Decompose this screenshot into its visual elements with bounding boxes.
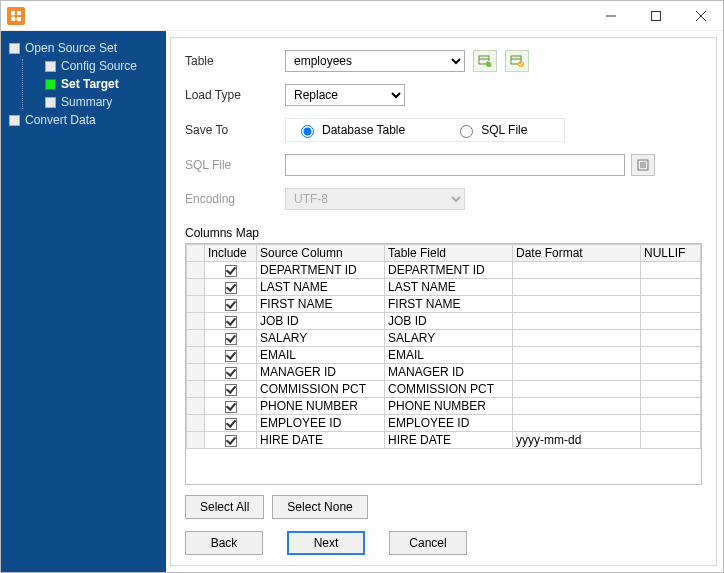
add-table-icon[interactable]: [505, 50, 529, 72]
nullif-cell[interactable]: [641, 296, 701, 313]
source-column-cell[interactable]: DEPARTMENT ID: [257, 262, 385, 279]
next-button[interactable]: Next: [287, 531, 365, 555]
select-none-button[interactable]: Select None: [272, 495, 367, 519]
table-field-cell[interactable]: PHONE NUMBER: [385, 398, 513, 415]
table-row[interactable]: HIRE DATEHIRE DATEyyyy-mm-dd: [187, 432, 701, 449]
sidebar-root-convert-data[interactable]: Convert Data: [9, 113, 166, 127]
cancel-button[interactable]: Cancel: [389, 531, 467, 555]
include-checkbox[interactable]: [205, 364, 257, 381]
include-checkbox[interactable]: [205, 296, 257, 313]
table-row[interactable]: COMMISSION PCTCOMMISSION PCT: [187, 381, 701, 398]
table-field-cell[interactable]: EMAIL: [385, 347, 513, 364]
source-column-cell[interactable]: LAST NAME: [257, 279, 385, 296]
date-format-cell[interactable]: yyyy-mm-dd: [513, 432, 641, 449]
include-checkbox[interactable]: [205, 398, 257, 415]
include-checkbox[interactable]: [205, 381, 257, 398]
date-format-cell[interactable]: [513, 381, 641, 398]
date-format-cell[interactable]: [513, 347, 641, 364]
nullif-cell[interactable]: [641, 279, 701, 296]
date-format-cell[interactable]: [513, 313, 641, 330]
sql-file-input: [285, 154, 625, 176]
table-row[interactable]: EMPLOYEE IDEMPLOYEE ID: [187, 415, 701, 432]
table-field-cell[interactable]: EMPLOYEE ID: [385, 415, 513, 432]
table-field-cell[interactable]: MANAGER ID: [385, 364, 513, 381]
source-column-cell[interactable]: COMMISSION PCT: [257, 381, 385, 398]
table-row[interactable]: SALARYSALARY: [187, 330, 701, 347]
source-column-cell[interactable]: HIRE DATE: [257, 432, 385, 449]
save-to-group: Database Table SQL File: [285, 118, 565, 142]
source-column-cell[interactable]: JOB ID: [257, 313, 385, 330]
date-format-cell[interactable]: [513, 279, 641, 296]
nullif-cell[interactable]: [641, 381, 701, 398]
encoding-select: UTF-8: [285, 188, 465, 210]
nullif-cell[interactable]: [641, 432, 701, 449]
table-field-cell[interactable]: LAST NAME: [385, 279, 513, 296]
nullif-cell[interactable]: [641, 347, 701, 364]
table-row[interactable]: FIRST NAMEFIRST NAME: [187, 296, 701, 313]
date-format-cell[interactable]: [513, 364, 641, 381]
browse-file-icon[interactable]: [631, 154, 655, 176]
include-checkbox[interactable]: [205, 279, 257, 296]
col-nullif[interactable]: NULLIF: [641, 245, 701, 262]
table-field-cell[interactable]: COMMISSION PCT: [385, 381, 513, 398]
nullif-cell[interactable]: [641, 313, 701, 330]
refresh-table-icon[interactable]: +: [473, 50, 497, 72]
source-column-cell[interactable]: EMPLOYEE ID: [257, 415, 385, 432]
include-checkbox[interactable]: [205, 432, 257, 449]
date-format-cell[interactable]: [513, 296, 641, 313]
include-checkbox[interactable]: [205, 313, 257, 330]
table-row[interactable]: DEPARTMENT IDDEPARTMENT ID: [187, 262, 701, 279]
table-row[interactable]: MANAGER IDMANAGER ID: [187, 364, 701, 381]
date-format-cell[interactable]: [513, 330, 641, 347]
source-column-cell[interactable]: SALARY: [257, 330, 385, 347]
table-label: Table: [185, 54, 285, 68]
table-row[interactable]: EMAILEMAIL: [187, 347, 701, 364]
save-to-sqlfile-radio[interactable]: SQL File: [455, 122, 527, 138]
table-row[interactable]: LAST NAMELAST NAME: [187, 279, 701, 296]
nullif-cell[interactable]: [641, 415, 701, 432]
title-bar: [1, 1, 723, 31]
include-checkbox[interactable]: [205, 330, 257, 347]
date-format-cell[interactable]: [513, 398, 641, 415]
table-field-cell[interactable]: SALARY: [385, 330, 513, 347]
source-column-cell[interactable]: EMAIL: [257, 347, 385, 364]
table-select[interactable]: employees: [285, 50, 465, 72]
nullif-cell[interactable]: [641, 398, 701, 415]
table-row[interactable]: PHONE NUMBERPHONE NUMBER: [187, 398, 701, 415]
sidebar-item-set-target[interactable]: Set Target: [45, 77, 166, 91]
maximize-button[interactable]: [633, 1, 678, 31]
nullif-cell[interactable]: [641, 364, 701, 381]
col-include[interactable]: Include: [205, 245, 257, 262]
nullif-cell[interactable]: [641, 330, 701, 347]
nullif-cell[interactable]: [641, 262, 701, 279]
col-date-format[interactable]: Date Format: [513, 245, 641, 262]
sql-file-label: SQL File: [185, 158, 285, 172]
sidebar-item-summary[interactable]: Summary: [45, 95, 166, 109]
table-field-cell[interactable]: FIRST NAME: [385, 296, 513, 313]
include-checkbox[interactable]: [205, 262, 257, 279]
load-type-select[interactable]: Replace: [285, 84, 405, 106]
grid-header-row: Include Source Column Table Field Date F…: [187, 245, 701, 262]
date-format-cell[interactable]: [513, 415, 641, 432]
select-all-button[interactable]: Select All: [185, 495, 264, 519]
date-format-cell[interactable]: [513, 262, 641, 279]
close-button[interactable]: [678, 1, 723, 31]
minimize-button[interactable]: [588, 1, 633, 31]
include-checkbox[interactable]: [205, 347, 257, 364]
table-row[interactable]: JOB IDJOB ID: [187, 313, 701, 330]
source-column-cell[interactable]: FIRST NAME: [257, 296, 385, 313]
sidebar-item-config-source[interactable]: Config Source: [45, 59, 166, 73]
back-button[interactable]: Back: [185, 531, 263, 555]
include-checkbox[interactable]: [205, 415, 257, 432]
source-column-cell[interactable]: MANAGER ID: [257, 364, 385, 381]
source-column-cell[interactable]: PHONE NUMBER: [257, 398, 385, 415]
col-table-field[interactable]: Table Field: [385, 245, 513, 262]
table-field-cell[interactable]: JOB ID: [385, 313, 513, 330]
save-to-database-radio[interactable]: Database Table: [296, 122, 405, 138]
table-field-cell[interactable]: HIRE DATE: [385, 432, 513, 449]
col-source-column[interactable]: Source Column: [257, 245, 385, 262]
table-field-cell[interactable]: DEPARTMENT ID: [385, 262, 513, 279]
sidebar-root-open-source[interactable]: Open Source Set: [9, 41, 166, 55]
columns-map-grid[interactable]: Include Source Column Table Field Date F…: [185, 243, 702, 485]
load-type-label: Load Type: [185, 88, 285, 102]
